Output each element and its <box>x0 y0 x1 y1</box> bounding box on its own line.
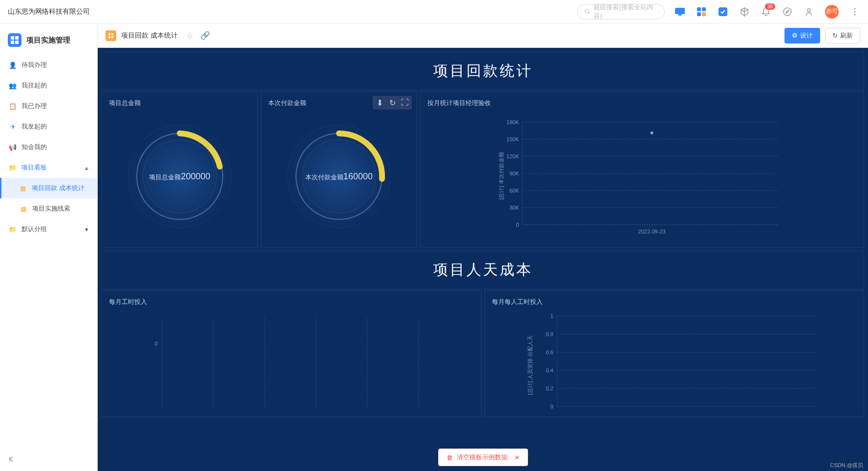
dashboard[interactable]: 项目回款统计 项目总金额 <box>98 48 868 471</box>
main: 项目回款 成本统计 ☆ 🔗 ⚙ 设计 ↻ 刷新 项目回款统计 <box>98 23 868 471</box>
svg-text:150K: 150K <box>507 136 519 142</box>
page-header: 项目回款 成本统计 ☆ 🔗 ⚙ 设计 ↻ 刷新 <box>98 23 868 48</box>
person-hours-card: 每月每人工时投入 00.20.40.60.81 [总计] 人员安排-分配人天 <box>485 290 865 417</box>
svg-rect-17 <box>15 41 19 44</box>
svg-text:1: 1 <box>550 313 553 319</box>
svg-text:180K: 180K <box>507 119 519 125</box>
chevron-up-icon: ▴ <box>85 164 88 171</box>
search-icon <box>584 8 591 15</box>
card-title: 项目总金额 <box>109 99 251 107</box>
svg-rect-3 <box>678 14 681 16</box>
more-icon[interactable] <box>849 6 860 17</box>
design-button[interactable]: ⚙ 设计 <box>784 28 820 43</box>
svg-text:0.4: 0.4 <box>546 367 553 373</box>
section-payment-title: 项目回款统计 <box>102 52 864 90</box>
svg-rect-15 <box>15 36 19 40</box>
card-title: 按月统计项目经理验收 <box>427 99 857 107</box>
total-amount-card: 项目总金额 项目总金额200000 <box>102 91 258 248</box>
refresh-icon[interactable]: ↻ <box>386 97 398 108</box>
close-icon[interactable]: ✕ <box>514 454 520 461</box>
chevron-down-icon: ▾ <box>85 226 88 233</box>
apps-icon[interactable] <box>696 6 707 17</box>
svg-text:[总计] 本次付款金额: [总计] 本次付款金额 <box>498 152 504 199</box>
sidebar-header: 项目实施管理 <box>0 28 97 55</box>
line-chart: 00.20.40.60.81 [总计] 人员安排-分配人天 <box>492 311 857 414</box>
svg-text:60K: 60K <box>509 188 519 193</box>
svg-text:90K: 90K <box>509 171 519 176</box>
folder-icon: 📁 <box>9 164 17 171</box>
card-toolbar: ⬇ ↻ ⛶ <box>373 96 412 109</box>
svg-rect-8 <box>719 7 727 16</box>
card-title: 每月工时投入 <box>109 298 474 306</box>
svg-rect-18 <box>108 33 110 35</box>
compass-icon[interactable] <box>782 6 793 17</box>
cube-icon[interactable] <box>739 6 750 17</box>
svg-rect-20 <box>108 36 110 38</box>
sidebar-item-done[interactable]: 📋 我已办理 <box>0 96 97 116</box>
send-icon: ✈ <box>9 123 17 130</box>
refresh-button[interactable]: ↻ 刷新 <box>825 28 860 43</box>
svg-point-11 <box>854 8 856 9</box>
user-todo-icon: 👤 <box>9 61 17 69</box>
svg-text:0: 0 <box>516 222 519 228</box>
gauge-label: 项目总金额200000 <box>149 171 210 182</box>
link-icon[interactable]: 🔗 <box>200 31 210 40</box>
company-name: 山东思为网络科技有限公司 <box>8 7 90 16</box>
svg-rect-6 <box>697 12 701 16</box>
svg-rect-4 <box>697 7 701 11</box>
card-title: 每月每人工时投入 <box>492 298 857 306</box>
svg-rect-21 <box>111 36 113 38</box>
folder-icon: 📁 <box>9 225 17 233</box>
app-logo-icon <box>8 33 21 47</box>
monthly-hours-card: 每月工时投入 0 <box>102 290 482 417</box>
svg-text:30K: 30K <box>509 205 519 211</box>
chart-icon: ▦ <box>19 184 27 192</box>
gauge-label: 本次付款金额160000 <box>305 171 373 182</box>
page-icon <box>106 30 116 41</box>
star-icon[interactable]: ☆ <box>187 31 193 40</box>
top-icons: 36 亦可 <box>675 5 860 19</box>
bell-icon[interactable]: 36 <box>761 6 771 17</box>
svg-rect-14 <box>11 36 14 40</box>
sidebar-title: 项目实施管理 <box>26 36 70 45</box>
watermark: CSDN @搭贝 <box>830 462 863 469</box>
svg-text:0.6: 0.6 <box>546 349 553 355</box>
svg-point-12 <box>854 11 856 12</box>
sidebar-item-notify[interactable]: 📢 知会我的 <box>0 137 97 157</box>
svg-text:0: 0 <box>155 341 158 346</box>
user-icon[interactable] <box>804 6 814 17</box>
monitor-icon[interactable] <box>675 6 685 17</box>
sidebar-item-board[interactable]: 📁 项目看板 ▴ <box>0 157 97 178</box>
search-input[interactable]: 超级搜索(搜索全站内容) <box>577 4 665 20</box>
chart-icon: ▦ <box>20 205 27 213</box>
svg-rect-19 <box>111 33 113 35</box>
avatar[interactable]: 亦可 <box>825 5 839 19</box>
check-icon[interactable] <box>718 6 728 17</box>
svg-point-13 <box>854 14 856 15</box>
sidebar-item-default-group[interactable]: 📁 默认分组 ▾ <box>0 219 97 239</box>
svg-text:0.2: 0.2 <box>546 385 553 391</box>
svg-rect-2 <box>675 8 685 14</box>
sidebar-item-clue[interactable]: ▦ 项目实施线索 <box>0 198 97 219</box>
notify-icon: 📢 <box>9 143 17 151</box>
scatter-chart: 030K60K90K120K150K180K 2022-09-23 [总计] 本… <box>427 112 857 244</box>
pending-icon: 👥 <box>9 82 17 89</box>
clear-template-button[interactable]: 🗑 清空模板示例数据 ✕ <box>438 449 528 466</box>
sidebar-item-pending[interactable]: 👥 我挂起的 <box>0 75 97 96</box>
sidebar-item-todo[interactable]: 👤 待我办理 <box>0 55 97 75</box>
refresh-icon: ↻ <box>832 32 838 39</box>
thispay-amount-card: 本次付款金额 ⬇ ↻ ⛶ <box>261 91 417 248</box>
svg-line-1 <box>588 12 590 14</box>
settings-icon: ⚙ <box>792 32 798 39</box>
sidebar-item-stats[interactable]: ▦ 项目回款 成本统计 <box>0 178 97 198</box>
svg-text:2022-09-23: 2022-09-23 <box>638 229 665 235</box>
collapse-sidebar-button[interactable] <box>6 453 18 465</box>
svg-text:[总计] 人员安排-分配人天: [总计] 人员安排-分配人天 <box>527 335 532 395</box>
download-icon[interactable]: ⬇ <box>374 97 385 108</box>
sidebar-item-initiated[interactable]: ✈ 我发起的 <box>0 116 97 137</box>
sidebar: 项目实施管理 👤 待我办理 👥 我挂起的 📋 我已办理 ✈ 我发起的 📢 知会我… <box>0 23 98 471</box>
fullscreen-icon[interactable]: ⛶ <box>399 97 411 108</box>
section-cost-title: 项目人天成本 <box>102 251 864 289</box>
svg-point-10 <box>807 9 810 12</box>
svg-point-46 <box>651 131 654 134</box>
